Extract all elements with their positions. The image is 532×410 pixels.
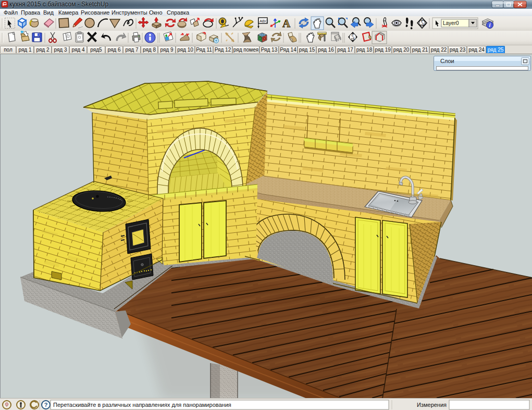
- svg-text:Layer0: Layer0: [443, 20, 459, 26]
- svg-text:+S: +S: [420, 23, 424, 26]
- svg-text:+S: +S: [351, 37, 355, 40]
- svg-text:ABC: ABC: [259, 19, 268, 23]
- svg-text:i: i: [489, 22, 491, 28]
- svg-text:A: A: [282, 17, 291, 30]
- svg-text:Слои: Слои: [440, 58, 454, 64]
- svg-text:C: C: [352, 34, 354, 37]
- svg-text:?: ?: [44, 402, 48, 408]
- svg-text:Измерения: Измерения: [417, 402, 447, 408]
- svg-text:C: C: [421, 20, 424, 23]
- svg-text:Перетаскивайте в различных нап: Перетаскивайте в различных направлениях …: [53, 402, 231, 408]
